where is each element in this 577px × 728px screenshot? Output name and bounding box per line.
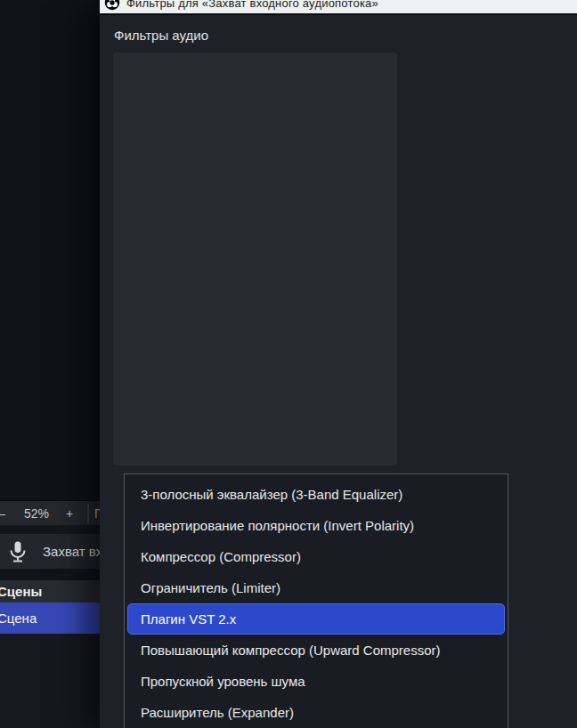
scene-name: Сцена: [0, 603, 37, 634]
dock-divider: [0, 569, 107, 581]
scenes-list-background: [0, 634, 107, 728]
menu-item-limiter[interactable]: Ограничитель (Limiter): [125, 572, 508, 603]
zoom-level-label: 52%: [24, 501, 49, 526]
preview-area: [0, 0, 107, 500]
add-filter-menu: 3-полосный эквалайзер (3-Band Equalizer)…: [124, 473, 508, 728]
menu-item-expander[interactable]: Расширитель (Expander): [125, 697, 508, 728]
scenes-dock-header: Сцены: [0, 580, 107, 603]
audio-mixer-source-row[interactable]: Захват вхо: [0, 534, 107, 569]
menu-item-vst-plugin[interactable]: Плагин VST 2.x: [127, 603, 505, 635]
toolbar-separator: [87, 504, 89, 523]
dialog-title: Фильтры для «Захват входного аудиопотока…: [126, 0, 378, 10]
audio-filters-section-label: Фильтры аудио: [114, 28, 208, 43]
menu-item-upward-compressor[interactable]: Повышающий компрессор (Upward Compressor…: [125, 635, 508, 666]
preview-zoom-bar: – 52% + Г: [0, 500, 107, 526]
zoom-out-button[interactable]: –: [0, 501, 5, 526]
dialog-titlebar[interactable]: Фильтры для «Захват входного аудиопотока…: [100, 0, 577, 15]
scenes-dock-title: Сцены: [0, 580, 42, 603]
menu-item-compressor[interactable]: Компрессор (Compressor): [125, 541, 508, 572]
dock-divider: [0, 525, 107, 534]
menu-item-noise-gate[interactable]: Пропускной уровень шума: [125, 666, 508, 697]
audio-filters-list[interactable]: [113, 53, 397, 465]
menu-item-invert-polarity[interactable]: Инвертирование полярности (Invert Polari…: [125, 510, 508, 541]
obs-logo-icon: [104, 0, 120, 11]
microphone-icon: [7, 540, 28, 563]
scene-list-item-selected[interactable]: Сцена: [0, 603, 107, 634]
menu-item-3band-equalizer[interactable]: 3-полосный эквалайзер (3-Band Equalizer): [125, 479, 508, 510]
zoom-in-button[interactable]: +: [66, 501, 73, 526]
